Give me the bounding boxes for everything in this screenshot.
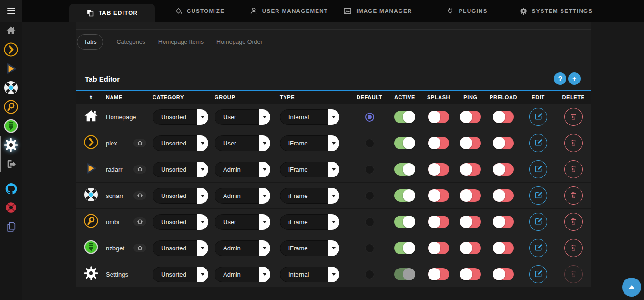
category-select[interactable]: Unsorted	[153, 162, 208, 177]
delete-button[interactable]	[564, 108, 583, 126]
default-radio[interactable]	[365, 270, 374, 279]
edit-button[interactable]	[529, 108, 547, 126]
group-select[interactable]: User	[215, 135, 270, 151]
nav-tab-image-manager[interactable]: IMAGE MANAGER	[333, 0, 422, 22]
group-select[interactable]: User	[215, 214, 270, 230]
delete-button	[564, 265, 583, 283]
type-select[interactable]: iFrame	[280, 240, 339, 256]
preload-toggle[interactable]	[493, 137, 514, 149]
preload-toggle[interactable]	[493, 163, 514, 176]
edit-button[interactable]	[529, 239, 547, 257]
sidebar-item-pages[interactable]	[0, 218, 22, 237]
preload-toggle[interactable]	[493, 111, 514, 123]
sidebar-item-nzbget[interactable]	[0, 117, 22, 136]
subtab-homepage-items[interactable]: Homepage Items	[158, 39, 204, 45]
preload-toggle[interactable]	[493, 242, 514, 254]
edit-button[interactable]	[529, 134, 547, 152]
sidebar-item-support[interactable]	[0, 199, 22, 218]
splash-toggle[interactable]	[428, 163, 449, 176]
tab-name: sonarr	[106, 192, 123, 199]
active-toggle[interactable]	[394, 216, 415, 228]
active-toggle[interactable]	[394, 137, 415, 149]
delete-button[interactable]	[564, 213, 583, 231]
default-radio[interactable]	[365, 165, 374, 174]
group-select[interactable]: Admin	[215, 267, 270, 282]
default-radio[interactable]	[365, 113, 374, 122]
delete-button[interactable]	[564, 160, 583, 178]
active-toggle[interactable]	[394, 268, 415, 280]
edit-button[interactable]	[529, 160, 547, 178]
edit-button[interactable]	[529, 186, 547, 205]
panel-header: Tab Editor ? +	[76, 68, 591, 90]
active-toggle[interactable]	[394, 111, 415, 123]
type-select[interactable]: iFrame	[280, 214, 339, 230]
help-button[interactable]: ?	[554, 72, 566, 85]
nav-tab-customize[interactable]: CUSTOMIZE	[155, 0, 244, 22]
subtab-homepage-order[interactable]: Homepage Order	[216, 39, 263, 45]
default-radio[interactable]	[365, 244, 374, 253]
sidebar-item-plex[interactable]	[0, 41, 22, 60]
splash-toggle[interactable]	[428, 189, 449, 202]
sidebar-item-github[interactable]	[0, 180, 22, 199]
ping-toggle[interactable]	[460, 216, 481, 228]
preload-toggle[interactable]	[493, 268, 514, 280]
default-radio[interactable]	[365, 139, 374, 148]
subtab-tabs[interactable]: Tabs	[77, 34, 103, 50]
sidebar-item-settings[interactable]	[0, 136, 22, 155]
ping-toggle[interactable]	[460, 163, 481, 176]
ping-toggle[interactable]	[460, 242, 481, 254]
category-select[interactable]: Unsorted	[153, 267, 208, 282]
edit-button[interactable]	[529, 265, 547, 283]
edit-button[interactable]	[529, 213, 547, 231]
type-select[interactable]: Internal	[280, 267, 339, 282]
splash-toggle[interactable]	[428, 242, 449, 254]
menu-icon[interactable]	[0, 0, 22, 22]
group-value: User	[223, 140, 236, 147]
splash-toggle[interactable]	[428, 111, 449, 123]
trash-icon	[570, 139, 577, 148]
type-select[interactable]: iFrame	[280, 135, 339, 151]
type-select[interactable]: Internal	[280, 109, 339, 125]
group-select[interactable]: Admin	[215, 162, 270, 177]
ping-toggle[interactable]	[460, 111, 481, 123]
sidebar-item-home[interactable]	[0, 22, 22, 41]
active-toggle[interactable]	[394, 242, 415, 254]
category-select[interactable]: Unsorted	[153, 188, 208, 204]
sidebar-item-radarr[interactable]	[0, 60, 22, 79]
preload-toggle[interactable]	[493, 189, 514, 202]
ping-toggle[interactable]	[460, 189, 481, 202]
nav-tab-system-settings[interactable]: SYSTEM SETTINGS	[511, 0, 601, 22]
delete-button[interactable]	[564, 239, 583, 257]
category-select[interactable]: Unsorted	[153, 135, 208, 151]
sidebar-item-ombi[interactable]	[0, 98, 22, 117]
sidebar-item-sonarr[interactable]	[0, 79, 22, 98]
type-select[interactable]: iFrame	[280, 162, 339, 177]
splash-toggle[interactable]	[428, 137, 449, 149]
preload-toggle[interactable]	[493, 216, 514, 228]
category-select[interactable]: Unsorted	[153, 240, 208, 256]
category-select[interactable]: Unsorted	[153, 109, 208, 125]
nav-tab-user-management[interactable]: USER MANAGEMENT	[244, 0, 333, 22]
group-select[interactable]: User	[215, 109, 270, 125]
group-select[interactable]: Admin	[215, 188, 270, 204]
active-toggle[interactable]	[394, 189, 415, 202]
group-select[interactable]: Admin	[215, 240, 270, 256]
chevron-down-icon	[259, 240, 270, 256]
nav-tab-plugins[interactable]: PLUGINS	[422, 0, 511, 22]
subtab-categories[interactable]: Categories	[116, 39, 145, 45]
nav-tab-tab-editor[interactable]: TAB EDITOR	[69, 4, 155, 22]
add-tab-button[interactable]: +	[568, 72, 581, 85]
delete-button[interactable]	[564, 186, 583, 205]
type-select[interactable]: iFrame	[280, 188, 339, 204]
delete-button[interactable]	[564, 134, 583, 152]
category-select[interactable]: Unsorted	[153, 214, 208, 230]
splash-toggle[interactable]	[428, 216, 449, 228]
ping-toggle[interactable]	[460, 137, 481, 149]
default-radio[interactable]	[365, 191, 374, 200]
active-toggle[interactable]	[394, 163, 415, 176]
ping-toggle[interactable]	[460, 268, 481, 280]
splash-toggle[interactable]	[428, 268, 449, 280]
scroll-to-top-button[interactable]	[622, 278, 641, 297]
default-radio[interactable]	[365, 217, 374, 227]
sidebar-item-logout[interactable]	[0, 155, 22, 175]
